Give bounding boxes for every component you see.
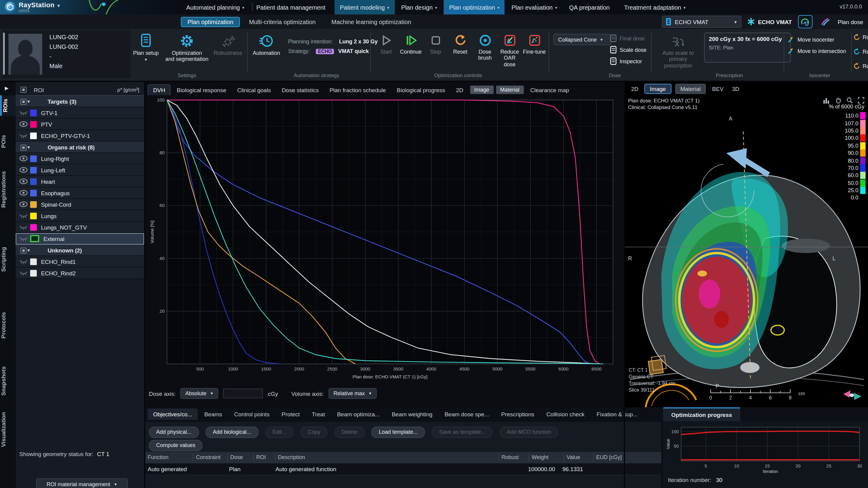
objectives-tab[interactable]: Fixation & sup... (591, 409, 643, 420)
roi-color-swatch[interactable] (30, 213, 37, 219)
dose-axis-max-input[interactable] (223, 389, 263, 398)
roi-row[interactable]: ECHO_PTV-GTV-1 (16, 130, 144, 141)
roi-color-swatch[interactable] (30, 178, 37, 185)
isocenter-action[interactable]: Move to intersection (787, 45, 846, 57)
objectives-button[interactable]: Copy (301, 426, 328, 438)
sidebar-item-snapshots[interactable]: Snapshots (0, 363, 16, 399)
dvh-tab[interactable]: Plan fraction schedule (324, 85, 391, 95)
objectives-button[interactable]: Edit... (265, 426, 293, 438)
workspace-tab[interactable]: Plan optimization (181, 17, 240, 27)
visibility-toggle[interactable] (19, 178, 30, 184)
column-header[interactable]: Function (145, 454, 193, 461)
menu-item[interactable]: Plan optimization ▾ (444, 0, 505, 14)
checkbox-icon[interactable] (21, 248, 27, 254)
fullscreen-icon[interactable] (858, 97, 864, 104)
objectives-button[interactable]: Add biological... (206, 426, 258, 438)
roi-color-swatch[interactable] (30, 270, 37, 276)
collapse-caret-icon[interactable]: ▼ (27, 248, 31, 252)
visibility-toggle[interactable] (19, 201, 30, 207)
roi-color-swatch[interactable] (30, 109, 37, 116)
collapse-caret-icon[interactable]: ▼ (27, 99, 31, 103)
column-header[interactable]: Constraint (193, 454, 227, 461)
automation-button[interactable]: Automation (251, 34, 282, 56)
menu-item[interactable]: Automated planning ▾ (181, 0, 250, 14)
control-button[interactable]: Start (374, 34, 398, 67)
roi-row[interactable]: Heart (16, 176, 144, 187)
objectives-tab[interactable]: Objectives/co... (148, 409, 198, 420)
sidebar-item-protocols[interactable]: Protocols (0, 308, 16, 342)
dvh-chart[interactable]: 5001000150020002500300035004000450050005… (149, 96, 620, 386)
sidebar-item-pois[interactable]: POIs (0, 131, 16, 152)
column-header[interactable]: Description (275, 454, 498, 461)
dose-algorithm-select[interactable]: Collapsed Cone ▼ (553, 34, 611, 45)
roi-row[interactable]: Spinal-Cord (16, 199, 144, 210)
dvh-tab[interactable]: Biological progress (392, 85, 450, 95)
column-header[interactable]: Robust (498, 454, 529, 461)
roi-row[interactable]: Lung-Left (16, 164, 144, 176)
dvh-tab[interactable]: 2D (451, 85, 468, 95)
visibility-toggle[interactable] (19, 133, 30, 138)
viewer-tab[interactable]: BEV (710, 84, 726, 93)
visibility-toggle[interactable] (19, 167, 30, 173)
ct-view[interactable]: Plan dose: ECHO VMAT (CT 1) Clinical: Co… (625, 95, 868, 407)
objectives-button[interactable]: Add physical... (149, 426, 198, 438)
roi-row[interactable]: External (16, 233, 144, 245)
patient-card[interactable]: LUNG-002 LUNG-002 - Male (2, 30, 130, 78)
roi-color-swatch[interactable] (30, 235, 39, 242)
menu-item[interactable]: Patient modeling ▾ (335, 0, 395, 14)
dose-gauge-button[interactable] (798, 15, 812, 28)
dose-brush-toggle-button[interactable] (818, 16, 832, 28)
roi-color-swatch[interactable] (30, 190, 37, 196)
dvh-tab[interactable]: Clearance map (525, 85, 574, 95)
visibility-toggle[interactable] (19, 121, 30, 127)
roi-color-swatch[interactable] (30, 201, 37, 207)
objectives-tab[interactable]: Beam optimiza... (332, 409, 385, 420)
column-header[interactable]: Value (564, 454, 593, 461)
sidebar-item-registrations[interactable]: Registrations (0, 167, 16, 211)
pan-hand-icon[interactable] (835, 97, 841, 104)
app-title[interactable]: RayStation ▼ (19, 1, 61, 8)
checkbox-icon[interactable] (21, 99, 27, 105)
roi-row[interactable]: Lung-Right (16, 153, 144, 164)
visibility-toggle[interactable] (19, 270, 30, 276)
rotate-button[interactable]: Rota (854, 34, 868, 40)
roi-row[interactable]: Esophagus (16, 187, 144, 199)
visibility-toggle[interactable] (19, 190, 30, 196)
objectives-table-row[interactable]: Auto generated Plan Auto generated funct… (145, 463, 661, 475)
menu-item[interactable]: Plan evaluation ▾ (506, 0, 562, 14)
isocenter-action[interactable]: Move isocenter (787, 34, 846, 45)
dvh-tab[interactable]: Image (470, 86, 493, 94)
roi-row[interactable]: PTV (16, 119, 144, 130)
prescription-box[interactable]: 200 cGy x 30 fx = 6000 cGy SITE: Plan (704, 33, 791, 63)
objectives-button[interactable]: Delete (335, 426, 365, 438)
control-button[interactable]: Reset (448, 34, 472, 67)
objectives-tab[interactable]: Collision check (541, 409, 590, 420)
dose-axis-select[interactable]: Absolute▼ (181, 388, 218, 399)
visibility-toggle[interactable] (19, 235, 30, 241)
checkbox-icon[interactable] (21, 144, 27, 151)
workspace-tab[interactable]: Multi-criteria optimization (242, 17, 322, 27)
sidebar-item-visualization[interactable]: Visualization (0, 409, 16, 451)
dose-action[interactable]: Final dose (610, 33, 647, 44)
sidebar-item-scripting[interactable]: Scripting (0, 243, 16, 275)
visibility-toggle[interactable] (19, 258, 30, 264)
zoom-icon[interactable] (846, 97, 853, 104)
beam-set-select[interactable]: ECHO VMAT ▼ (662, 16, 742, 28)
workspace-tab[interactable]: Machine learning optimization (325, 17, 418, 27)
roi-row[interactable]: Lungs_NOT_GTV (16, 222, 144, 233)
dvh-tab[interactable]: Dose statistics (277, 85, 324, 95)
collapse-caret-icon[interactable]: ▼ (27, 145, 31, 149)
rotate-button[interactable]: Rota (854, 63, 868, 69)
splitter[interactable] (624, 82, 625, 488)
plan-setup-button[interactable]: Plan setup ▼ (133, 34, 159, 62)
histogram-icon[interactable] (823, 97, 830, 104)
optimization-progress-chart[interactable]: 5101520253050100IterationValue (665, 424, 864, 474)
roi-color-swatch[interactable] (30, 258, 37, 265)
control-button[interactable]: Stop (423, 34, 448, 67)
roi-color-swatch[interactable] (30, 155, 37, 162)
visibility-toggle[interactable] (19, 213, 30, 219)
auto-scale-prescription-button[interactable]: Auto scale toprimary prescription (655, 36, 702, 69)
roi-row[interactable]: Lungs (16, 210, 144, 222)
roi-row[interactable]: ▼ Targets (3) (16, 96, 144, 107)
volume-axis-select[interactable]: Relative max▼ (329, 388, 377, 399)
